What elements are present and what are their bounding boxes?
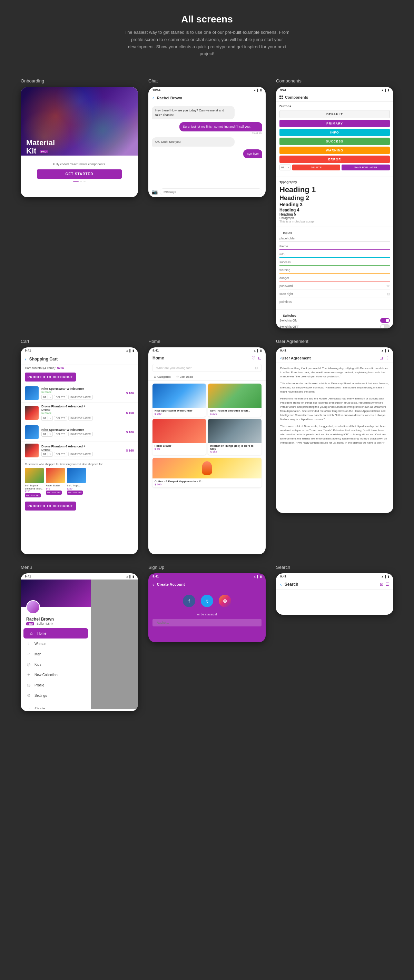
menu-item-new-collection[interactable]: ✦ New Collection <box>21 670 91 680</box>
more-icon[interactable]: ☰ <box>385 582 389 587</box>
get-started-button[interactable]: GET STARTED <box>37 169 122 179</box>
agreement-mockup: 9:41 ▲ ▌ ▮ ‹ User Agreement ⊡ ⋮ Pelosi i… <box>276 347 393 513</box>
menu-item-settings[interactable]: ⚙ Settings <box>21 690 91 701</box>
home-product-4[interactable]: Internet of Things (IoT) is Here to Stay… <box>208 419 261 455</box>
signup-facebook-button[interactable]: f <box>183 595 195 607</box>
search-back-button[interactable]: ‹ <box>280 582 282 587</box>
signup-twitter-button[interactable]: t <box>201 595 213 607</box>
signal-icon: ▌ <box>385 349 387 352</box>
menu-item-woman-label: Woman <box>35 642 46 646</box>
agreement-header: ‹ User Agreement ⊡ ⋮ <box>276 353 393 363</box>
agreement-paragraph-1: Pelosi is nothing if not purposeful. The… <box>280 366 389 379</box>
delete-btn-4[interactable]: DELETE <box>54 452 67 457</box>
menu-item-settings-label: Settings <box>35 694 47 697</box>
also-shopped-title: Customers who shopped for items in your … <box>25 463 134 466</box>
also-item-2-img <box>46 468 65 483</box>
input-theme[interactable] <box>279 243 390 250</box>
input-scan[interactable] <box>279 291 387 297</box>
wifi-icon: ▲ <box>126 349 128 352</box>
qty-arrow[interactable]: ▼ <box>286 165 290 169</box>
input-danger[interactable] <box>279 275 390 282</box>
input-success[interactable] <box>279 259 390 266</box>
more-icon[interactable]: ⋮ <box>385 356 389 361</box>
home-product-1[interactable]: Nike Sportswear Windrunner $ 180 <box>153 383 206 417</box>
menu-item-home-label: Home <box>37 632 46 635</box>
cart-item-2: Drone Phantom 4 Advanced +Drone In Stock… <box>21 402 138 423</box>
chat-back-button[interactable]: ‹ <box>153 95 154 101</box>
also-item-3-name: Soft: Tropic... <box>67 484 86 487</box>
btn-error[interactable]: ERROR <box>279 156 390 163</box>
delete-btn-3[interactable]: DELETE <box>54 432 67 436</box>
share-icon[interactable]: ⊡ <box>380 582 383 587</box>
qty-arrow-3[interactable]: ▼ <box>48 432 53 436</box>
cart-title: Shopping Cart <box>29 357 58 361</box>
input-default[interactable] <box>279 235 390 242</box>
switch-on-row: Switch is ON <box>279 318 390 323</box>
btn-primary[interactable]: PRIMARY <box>279 120 390 127</box>
agreement-statusbar: 9:41 ▲ ▌ ▮ <box>276 347 393 353</box>
input-pointless[interactable] <box>279 299 390 305</box>
signal-icon: ▌ <box>129 349 131 352</box>
menu-item-kids[interactable]: ◎ Kids <box>21 659 91 670</box>
qty-stepper-4[interactable]: 01 ▼ <box>41 452 53 457</box>
add-to-cart-btn-1[interactable]: ADD TO CART <box>25 493 41 497</box>
qty-arrow-1[interactable]: ▼ <box>48 395 53 399</box>
delete-btn-1[interactable]: DELETE <box>54 395 67 399</box>
qty-stepper-2[interactable]: 01 ▼ <box>41 416 53 421</box>
signup-name-input[interactable] <box>153 619 261 627</box>
save-btn-3[interactable]: SAVE FOR LATER <box>68 432 93 436</box>
home-product-3[interactable]: Rebel Skater $ 65 <box>153 419 206 455</box>
btn-default[interactable]: DEFAULT <box>279 110 390 118</box>
btn-warning[interactable]: WARNING <box>279 146 390 154</box>
qty-arrow-4[interactable]: ▼ <box>48 452 53 456</box>
search-header-icons: ⊡ ☰ <box>380 582 389 587</box>
proceed-checkout-button[interactable]: PROCEED TO CHECKOUT <box>25 372 76 382</box>
heart-icon[interactable]: ♡ <box>252 356 255 361</box>
menu-item-profile[interactable]: ◎ Profile <box>21 680 91 690</box>
toggle-on[interactable] <box>380 318 390 323</box>
home-product-2[interactable]: Soft Tropical Smoothie to En... $ 220 <box>208 383 261 417</box>
proceed-checkout-button-2[interactable]: PROCEED TO CHECKOUT <box>25 501 76 511</box>
menu-item-man[interactable]: ♂ Man <box>21 649 91 659</box>
home-product-5[interactable]: Coffee - A Drop of Happiness in a C... $… <box>153 458 261 487</box>
input-warning[interactable] <box>279 267 390 274</box>
qty-arrow-2[interactable]: ▼ <box>48 416 53 420</box>
signup-back-button[interactable]: ‹ <box>153 582 154 587</box>
home-search-bar[interactable]: What are you looking for? ⊡ <box>153 364 261 372</box>
qty-stepper-3[interactable]: 01 ▼ <box>41 431 53 437</box>
input-info[interactable] <box>279 251 390 258</box>
divider-2 <box>276 227 393 227</box>
chat-message-input[interactable] <box>160 188 262 195</box>
add-to-cart-btn-3[interactable]: ADD TO CART <box>67 490 83 495</box>
qty-val-2: 01 <box>42 416 48 420</box>
delete-btn-2[interactable]: DELETE <box>54 416 67 420</box>
btn-success[interactable]: SUCCESS <box>279 138 390 145</box>
home-product-2-name: Soft Tropical Smoothie to En... <box>210 409 260 412</box>
menu-item-signin[interactable]: → Sign In <box>21 704 91 709</box>
signup-instagram-button[interactable]: ⊛ <box>219 595 231 607</box>
btn-info[interactable]: INFO <box>279 129 390 136</box>
components-label: Components <box>276 78 393 83</box>
share-icon[interactable]: ⊡ <box>379 356 383 361</box>
wifi-icon: ▲ <box>253 575 256 578</box>
paragraph-text: Paragraph <box>279 216 390 220</box>
qty-stepper-1[interactable]: 01 ▼ <box>41 395 53 400</box>
menu-item-home[interactable]: ⌂ Home <box>24 628 88 638</box>
cat-categories[interactable]: ⊞ Categories <box>153 375 172 379</box>
cart-item-2-name: Drone Phantom 4 Advanced +Drone <box>41 405 123 412</box>
toggle-off[interactable] <box>380 324 390 328</box>
input-password[interactable] <box>279 283 386 289</box>
cart-back-button[interactable]: ‹ <box>25 356 27 362</box>
save-btn-4[interactable]: SAVE FOR LATER <box>68 452 93 457</box>
save-btn-2[interactable]: SAVE FOR LATER <box>68 416 93 420</box>
cat-best-deals[interactable]: ☆ Best Deals <box>175 375 194 379</box>
btn-save[interactable]: SAVE FOR LATER <box>342 165 390 170</box>
cart-icon[interactable]: ⊡ <box>258 356 261 361</box>
save-btn-1[interactable]: SAVE FOR LATER <box>68 395 93 399</box>
page-title: All screens <box>7 14 407 25</box>
menu-item-woman[interactable]: ♀ Woman <box>21 638 91 649</box>
qty-stepper[interactable]: 01 ▼ <box>279 165 291 170</box>
btn-delete[interactable]: DELETE <box>292 165 341 170</box>
add-to-cart-btn-2[interactable]: ADD TO CART <box>46 490 62 495</box>
menu-overlay[interactable] <box>91 579 138 709</box>
